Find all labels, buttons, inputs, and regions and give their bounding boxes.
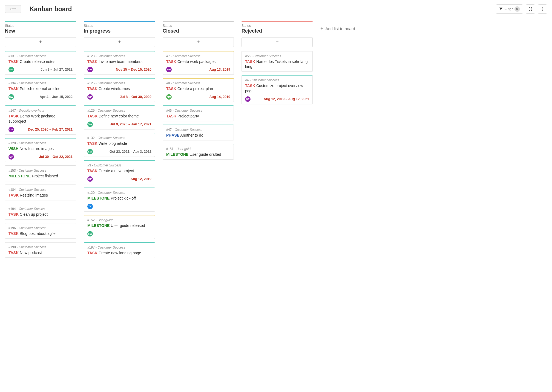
kanban-card[interactable]: #7 - Customer Success TASK Create work p… (163, 51, 234, 75)
card-id: #196 (8, 226, 16, 230)
kanban-card[interactable]: #125 - Customer Success TASK Create wire… (84, 78, 155, 102)
kanban-card[interactable]: #152 - User guide MILESTONE User guide r… (84, 215, 155, 239)
kanban-card[interactable]: #153 - Customer Success MILESTONE Projec… (5, 165, 76, 181)
card-type: TASK (87, 114, 97, 118)
card-subject: User guide released (111, 223, 145, 228)
card-id: #134 (8, 81, 16, 85)
kanban-card[interactable]: #4 - Customer Success TASK Customize pro… (242, 75, 313, 104)
kanban-card[interactable]: #151 - User guide MILESTONE User guide d… (163, 144, 234, 160)
card-type: PHASE (166, 133, 179, 137)
card-subject: User guide drafted (189, 152, 221, 157)
kanban-card[interactable]: #184 - Customer Success TASK Resizing im… (5, 185, 76, 200)
card-title: TASK Create new landing page (87, 250, 151, 256)
kanban-card[interactable]: #132 - Customer Success TASK Write blog … (84, 133, 155, 157)
card-project: Customer Success (97, 191, 125, 195)
kanban-card[interactable]: #128 - Customer Success WISH New feature… (5, 138, 76, 162)
card-type: TASK (8, 193, 19, 197)
card-project: Customer Success (19, 81, 46, 85)
kanban-card[interactable]: #131 - Customer Success TASK Create rele… (5, 51, 76, 75)
fullscreen-button[interactable] (526, 4, 535, 14)
card-title: MILESTONE User guide released (87, 223, 151, 228)
card-footer: OPJul 8 – Oct 30, 2020 (87, 94, 151, 100)
card-id: #132 (87, 136, 95, 140)
card-id: #153 (8, 169, 16, 172)
kanban-card[interactable]: #46 - Customer Success TASK Project part… (163, 105, 234, 121)
header-actions: Filter 0 (496, 4, 547, 14)
card-title: PHASE Another to do (166, 133, 230, 138)
card-project: Customer Success (252, 78, 279, 82)
kanban-card[interactable]: #194 - Customer Success TASK Clean up pr… (5, 204, 76, 220)
plus-icon: + (39, 39, 42, 45)
card-project: User guide (176, 147, 192, 151)
card-date: Aug 12, 2019 (131, 177, 151, 181)
assignee-avatar: OP (8, 154, 14, 160)
card-footer: SWJun 3 – Jul 27, 2022 (8, 67, 73, 72)
card-subject: Create a new project (99, 169, 134, 173)
kanban-card[interactable]: #147 - Website overhaul TASK Demo Work p… (5, 105, 76, 135)
card-subject: New feature images (19, 146, 54, 151)
card-project: Customer Success (19, 245, 46, 249)
card-subject: Publish external articles (20, 87, 60, 91)
svg-point-1 (542, 9, 543, 10)
kanban-card[interactable]: #120 - Customer Success MILESTONE Projec… (84, 188, 155, 212)
kanban-card[interactable]: #123 - Customer Success TASK Invite new … (84, 51, 155, 75)
card-project: Customer Success (97, 136, 125, 140)
add-card-button[interactable]: + (163, 37, 234, 47)
column-status-label: Status (84, 24, 155, 28)
expand-icon (528, 7, 532, 11)
card-subject: Project finished (32, 174, 58, 178)
filter-button[interactable]: Filter 0 (496, 4, 523, 14)
card-project: Customer Success (19, 169, 46, 172)
card-type: TASK (8, 114, 19, 118)
card-id: #47 (166, 128, 172, 132)
assignee-avatar: SW (87, 231, 93, 237)
card-id: #198 (8, 245, 16, 249)
back-button[interactable] (5, 5, 21, 13)
card-subject: Invite new team members (99, 59, 142, 64)
card-header: #46 - Customer Success (166, 109, 230, 113)
card-header: #132 - Customer Success (87, 136, 151, 140)
card-footer: SWOct 23, 2021 – Apr 3, 2022 (87, 149, 151, 154)
plus-icon: + (118, 39, 121, 45)
card-title: TASK Clean up project (8, 212, 73, 217)
card-header: #134 - Customer Success (8, 81, 73, 85)
add-card-button[interactable]: + (5, 37, 76, 47)
card-date: Apr 4 – Jun 15, 2022 (40, 95, 73, 99)
card-header: #196 - Customer Success (8, 226, 73, 230)
card-footer: OPNov 15 – Dec 15, 2020 (87, 67, 151, 72)
card-type: TASK (166, 87, 176, 91)
kanban-card[interactable]: #8 - Customer Success TASK Create a proj… (163, 78, 234, 102)
more-menu-button[interactable] (538, 4, 547, 14)
assignee-avatar: OP (87, 176, 93, 182)
card-id: #120 (87, 191, 95, 195)
assignee-avatar: OP (245, 96, 251, 102)
card-id: #46 (166, 109, 172, 113)
card-subject: Project party (177, 114, 199, 118)
kanban-card[interactable]: #134 - Customer Success TASK Publish ext… (5, 78, 76, 102)
card-footer: SWJul 9, 2020 – Jan 17, 2021 (87, 122, 151, 127)
add-card-button[interactable]: + (84, 37, 155, 47)
kanban-card[interactable]: #196 - Customer Success TASK Blog post a… (5, 223, 76, 239)
assignee-avatar: SW (8, 67, 14, 72)
add-list-button[interactable]: + Add list to board (320, 26, 355, 31)
kanban-card[interactable]: #47 - Customer Success PHASE Another to … (163, 125, 234, 140)
card-date: Dec 25, 2020 – Feb 27, 2021 (28, 128, 73, 131)
kanban-card[interactable]: #198 - Customer Success TASK New podcast (5, 242, 76, 258)
kanban-card[interactable]: #3 - Customer Success TASK Create a new … (84, 160, 155, 184)
kanban-card[interactable]: #56 - Customer Success TASK Name des Tic… (242, 51, 313, 72)
filter-label: Filter (504, 7, 513, 11)
column-status-label: Status (242, 24, 313, 28)
card-project: Customer Success (173, 54, 200, 58)
card-type: TASK (166, 59, 176, 64)
card-type: MILESTONE (8, 174, 31, 178)
add-card-button[interactable]: + (242, 37, 313, 47)
card-project: Customer Success (97, 54, 125, 58)
card-footer: OPJul 30 – Oct 22, 2021 (8, 154, 73, 160)
card-date: Jul 8 – Oct 30, 2020 (120, 95, 151, 99)
assignee-avatar: OP (8, 127, 14, 132)
card-type: WISH (8, 146, 19, 151)
card-subject: Create work packages (177, 59, 215, 64)
kanban-card[interactable]: #129 - Customer Success TASK Define new … (84, 105, 155, 129)
kanban-card[interactable]: #197 - Customer Success TASK Create new … (84, 242, 155, 258)
kanban-column: Status Closed + #7 - Customer Success TA… (163, 21, 234, 163)
